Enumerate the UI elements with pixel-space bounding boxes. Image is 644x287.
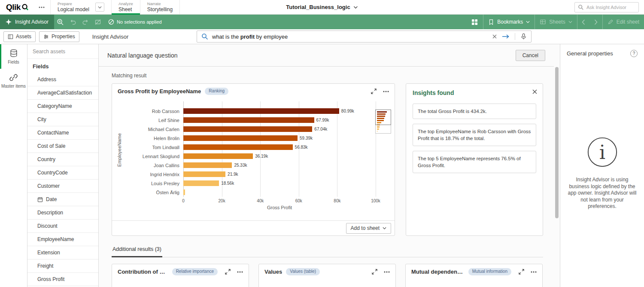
chevron-down-icon [568,21,572,23]
mini-bar [377,126,380,128]
field-item[interactable]: Cost of Sale [27,140,98,153]
previous-sheet-icon[interactable] [577,15,590,29]
clear-query-icon[interactable] [492,34,497,39]
matching-result-label: Matching result [112,73,543,79]
bar-chart: EmployeeName Rob Carsson80.99kLeif Shine… [112,96,395,220]
more-menu-icon[interactable] [383,91,389,92]
chart-card: Gross Profit by EmployeeName Ranking Emp… [112,83,395,236]
edit-sheet-button[interactable]: Edit sheet [603,15,644,29]
more-options-icon[interactable] [33,0,51,14]
qlik-logo: Qlik [0,0,33,14]
bar[interactable] [183,144,293,150]
field-item[interactable]: CountryCode [27,166,98,180]
ask-insight-advisor-input[interactable] [586,5,635,10]
bar[interactable] [183,162,232,168]
chevron-down-icon [354,6,358,9]
assets-panel-button[interactable]: Assets [3,31,36,42]
field-item[interactable]: Country [27,153,98,166]
pencil-icon [608,19,614,25]
expand-icon[interactable] [371,89,377,94]
field-item[interactable]: Extension [27,246,98,260]
rail-item-fields[interactable]: Fields [0,44,27,69]
category-label: Ingrid Hendrix [123,172,183,177]
info-circle-icon: i [586,135,619,169]
card-header-icons [222,269,243,275]
assets-button-label: Assets [16,34,31,40]
chart-mini-navigator[interactable] [375,110,391,134]
bar[interactable] [183,153,253,159]
field-item[interactable]: CategoryName [27,100,98,113]
query-text[interactable]: what is the profit by employee [212,34,288,40]
result-card: Mutual dependency bet…Mutual information [405,264,543,287]
properties-panel-button[interactable]: Properties [39,31,79,42]
next-sheet-icon[interactable] [590,15,602,29]
step-forward-icon[interactable] [79,15,91,29]
tab-narrate[interactable]: Narrate Storytelling [140,0,180,14]
field-item[interactable]: Freight [27,260,98,273]
bar-row: Joan Callins25.33k [123,161,376,170]
more-menu-icon[interactable] [384,271,390,273]
selections-search-icon[interactable] [54,15,67,29]
tab-prepare[interactable]: Prepare Logical model [51,0,112,14]
field-item[interactable]: Discount [27,220,98,233]
bar-row: Leif Shine67.99k [123,116,376,125]
query-keyword: profit [240,34,255,40]
no-selections-icon [108,19,114,25]
chart-card-footer: Add to sheet [112,220,395,235]
info-illustration: i [567,135,638,169]
bar[interactable] [183,180,219,186]
assets-toolbar: Assets Properties Insight Advisor what i… [0,29,644,44]
bar-value-label: 56.83k [295,145,308,150]
properties-icon [43,34,49,40]
bar[interactable] [183,126,312,132]
tab-additional-results[interactable]: Additional results (3) [112,246,162,257]
field-item[interactable]: Description [27,206,98,220]
more-menu-icon[interactable] [531,271,537,273]
logical-model-dropdown[interactable] [95,3,104,12]
bar[interactable] [183,108,339,114]
app-objects-icon[interactable] [466,15,483,29]
category-label: Rob Carsson [123,109,183,114]
search-assets-input[interactable] [33,49,93,55]
tab-analyze[interactable]: Analyze Sheet [112,0,140,14]
bar[interactable] [183,117,314,123]
cancel-button[interactable]: Cancel [516,50,545,61]
more-menu-icon[interactable] [237,271,243,273]
expand-icon[interactable] [372,269,377,275]
category-label: Tom Lindwall [123,145,183,150]
vertical-scrollbar[interactable] [554,44,560,287]
field-item[interactable]: Customer [27,180,98,193]
expand-icon[interactable] [225,269,231,275]
field-item[interactable]: City [27,113,98,126]
close-icon[interactable] [532,89,537,94]
field-label: Discount [37,223,58,229]
field-item[interactable]: AverageCallSatisfaction [27,86,98,100]
calendar-icon [37,197,43,202]
add-to-sheet-button[interactable]: Add to sheet [346,223,391,234]
field-item[interactable]: Address [27,73,98,86]
bar[interactable] [183,135,298,141]
natural-language-query-bar[interactable]: what is the profit by employee [197,31,532,43]
bookmarks-button[interactable]: Bookmarks [483,15,535,29]
field-item[interactable]: ContactName [27,126,98,140]
field-item[interactable]: Gross Profit [27,273,98,286]
submit-query-icon[interactable] [502,34,510,39]
bar-track: 59.39k [183,135,376,141]
step-back-icon[interactable] [67,15,79,29]
insight-advisor-button[interactable]: Insight Advisor [0,15,54,29]
search-assets-box[interactable] [27,44,98,59]
help-icon[interactable]: ? [630,50,638,57]
app-title[interactable]: Tutorial_Business_logic [286,0,358,14]
bar[interactable] [183,189,185,195]
microphone-icon[interactable] [520,33,527,40]
expand-icon[interactable] [519,269,524,275]
sheets-button[interactable]: Sheets [535,15,577,29]
x-tick-label: 40k [257,198,264,203]
rail-item-master-items[interactable]: Master items [0,69,27,93]
field-item[interactable]: Date [27,193,98,206]
ask-insight-advisor-search[interactable] [574,2,639,12]
clear-selections-icon[interactable] [91,15,104,29]
scrollbar-thumb[interactable] [555,67,559,218]
field-item[interactable]: EmployeeName [27,233,98,246]
bar[interactable] [183,171,225,177]
